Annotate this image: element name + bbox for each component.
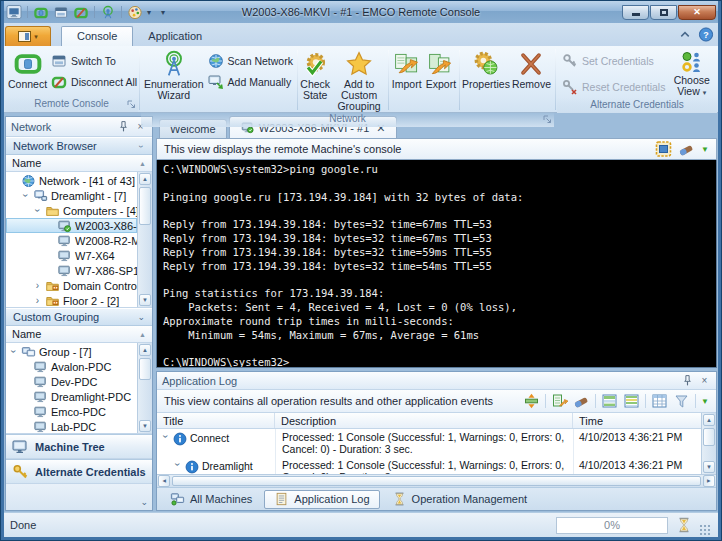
tree-item[interactable]: ›Dreamlight - [7] [6, 188, 137, 203]
check-state-button[interactable]: Check State [299, 48, 332, 112]
view-tab-application-log[interactable]: Application Log [264, 490, 379, 509]
tree-item[interactable]: ›Domain Controller... [6, 278, 137, 293]
scroll-up-icon[interactable]: ▲ [139, 344, 151, 356]
skin-palette-icon[interactable] [127, 5, 143, 20]
help-icon[interactable]: ? [698, 27, 714, 42]
collapse-icon[interactable]: › [173, 460, 182, 469]
column-header-name[interactable]: Name ▲ [6, 326, 152, 343]
tree-item[interactable]: Network - [41 of 43] [6, 173, 137, 188]
close-icon[interactable]: × [698, 374, 711, 387]
scroll-left-icon[interactable]: ▲ [158, 475, 170, 487]
minimize-button[interactable] [622, 5, 649, 20]
scroll-down-icon[interactable]: ▼ [139, 420, 151, 432]
collapse-icon[interactable]: › [9, 347, 18, 356]
column-time[interactable]: Time [573, 413, 701, 428]
tree-item[interactable]: ›Computers - [4] [6, 203, 137, 218]
tree-item[interactable]: ›Floor 2 - [2] [6, 293, 137, 307]
add-manually-button[interactable]: Add Manually [205, 71, 296, 92]
alternate-credentials-button[interactable]: Alternate Credentials [6, 459, 152, 484]
import-button[interactable]: Import [390, 48, 424, 112]
expand-icon[interactable]: › [33, 281, 42, 290]
remove-button[interactable]: Remove [511, 48, 552, 112]
tree-item[interactable]: Dreamlight-PDC [6, 389, 137, 404]
scroll-down-icon[interactable]: ▼ [703, 461, 715, 473]
view-tab-all-machines[interactable]: All Machines [161, 490, 261, 509]
scroll-thumb[interactable] [139, 187, 151, 225]
eraser-icon[interactable] [573, 393, 590, 409]
connect-icon[interactable] [33, 5, 49, 20]
filter-funnel-icon[interactable] [673, 393, 690, 409]
scrollbar-vertical[interactable]: ▲ ▼ [701, 413, 716, 474]
connect-button[interactable]: Connect [7, 48, 48, 97]
switch-to-button[interactable]: Switch To [48, 50, 140, 71]
tree-item[interactable]: W2003-X86-M... [6, 218, 137, 233]
export-log-icon[interactable] [551, 393, 568, 409]
set-credentials-button[interactable]: Set Credentials [559, 51, 668, 72]
scroll-right-icon[interactable]: ▲ [703, 475, 715, 487]
scroll-thumb[interactable] [703, 428, 715, 446]
list-view-icon[interactable] [601, 393, 618, 409]
application-menu-button[interactable]: ▾ [5, 26, 51, 46]
expand-collapse-icon[interactable] [523, 393, 540, 409]
disconnect-all-button[interactable]: Disconnect All [48, 71, 140, 92]
scrollbar-vertical[interactable]: ▲ ▼ [137, 172, 152, 307]
view-tab-operation-management[interactable]: Operation Management [383, 490, 537, 509]
collapse-icon[interactable]: › [21, 191, 30, 200]
tree-item[interactable]: ›Group - [7] [6, 344, 137, 359]
tree-item[interactable]: Emco-PDC [6, 404, 137, 419]
pin-icon[interactable] [117, 120, 130, 133]
chevron-down-icon[interactable]: ▼ [701, 397, 709, 406]
close-button[interactable]: ✕ [678, 5, 716, 20]
section-network-browser[interactable]: Network Browser › [6, 137, 152, 155]
collapse-icon[interactable]: › [161, 432, 170, 441]
scroll-down-icon[interactable]: ▼ [139, 294, 151, 306]
collapse-icon[interactable]: › [33, 206, 42, 215]
tree-item[interactable]: W7-X86-SP1-... [6, 263, 137, 278]
pin-icon[interactable] [681, 374, 694, 387]
dialog-launcher-icon[interactable] [543, 115, 552, 124]
switch-to-icon[interactable] [53, 5, 69, 20]
remote-console-output[interactable]: C:\WINDOWS\system32>ping google.ru Pingi… [156, 160, 717, 368]
collapse-ribbon-icon[interactable] [677, 27, 693, 42]
details-view-icon[interactable] [623, 393, 640, 409]
grid-view-icon[interactable] [651, 393, 668, 409]
scrollbar-vertical[interactable]: ▲ ▼ [137, 343, 152, 433]
choose-view-button[interactable]: Choose View ▾ [668, 48, 715, 98]
expand-icon[interactable]: › [33, 296, 42, 305]
column-header-name[interactable]: Name ▲ [6, 155, 152, 172]
scroll-up-icon[interactable]: ▲ [139, 173, 151, 185]
scroll-thumb[interactable] [172, 476, 701, 486]
scroll-thumb[interactable] [139, 358, 151, 380]
section-custom-grouping[interactable]: Custom Grouping ⌄ [6, 308, 152, 326]
add-to-custom-grouping-button[interactable]: Add to Custom Grouping [332, 48, 387, 112]
scroll-up-icon[interactable]: ▲ [703, 414, 715, 426]
disconnect-all-icon[interactable] [73, 5, 89, 20]
dialog-launcher-icon[interactable] [127, 100, 136, 109]
ribbon-tab-console[interactable]: Console [61, 26, 133, 46]
log-row[interactable]: ›ConnectProcessed: 1 Console (Successful… [157, 429, 701, 457]
export-button[interactable]: Export [424, 48, 458, 112]
chevron-down-icon[interactable]: ⌄ [140, 497, 148, 507]
machine-tree-button[interactable]: Machine Tree [6, 434, 152, 459]
properties-button[interactable]: Properties [461, 48, 511, 112]
scan-network-button[interactable]: Scan Network [205, 50, 296, 71]
log-row[interactable]: ›DreamlightProcessed: 1 Console (Success… [157, 457, 701, 474]
column-title[interactable]: Title [157, 413, 275, 428]
tree-item[interactable]: Avalon-PDC [6, 359, 137, 374]
reset-credentials-button[interactable]: Reset Credentials [559, 77, 668, 98]
tree-item[interactable]: Dev-PDC [6, 374, 137, 389]
app-logo-icon[interactable] [6, 5, 22, 20]
scrollbar-horizontal[interactable]: ▲ ▲ [157, 474, 716, 487]
chevron-down-icon[interactable]: ▾ [147, 8, 151, 17]
tree-item[interactable]: W2008-R2-MKIV [6, 233, 137, 248]
qat-overflow-icon[interactable]: ▾ [161, 8, 165, 17]
maximize-button[interactable] [650, 5, 677, 20]
resize-grip[interactable] [700, 525, 712, 537]
chevron-down-icon[interactable]: ▼ [701, 145, 709, 154]
tree-item[interactable]: Lab-PDC [6, 419, 137, 433]
enumeration-wizard-icon[interactable] [100, 5, 116, 20]
enumeration-wizard-button[interactable]: Enumeration Wizard [143, 48, 205, 112]
ribbon-tab-application[interactable]: Application [133, 26, 217, 46]
tree-item[interactable]: W7-X64 [6, 248, 137, 263]
console-view-icon[interactable] [655, 141, 672, 157]
